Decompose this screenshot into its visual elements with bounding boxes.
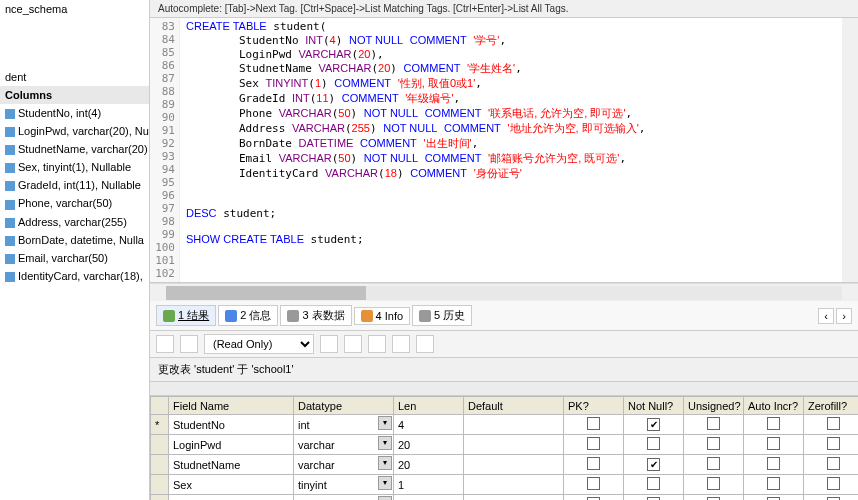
checkbox[interactable]	[827, 457, 840, 470]
cell-pk[interactable]	[564, 455, 624, 475]
sidebar-column-item[interactable]: Email, varchar(50)	[0, 249, 149, 267]
cell-zerofill[interactable]	[804, 475, 859, 495]
dropdown-icon[interactable]: ▾	[378, 436, 392, 450]
checkbox[interactable]	[707, 437, 720, 450]
vertical-scrollbar[interactable]	[842, 18, 858, 282]
tab-result[interactable]: 1 结果	[156, 305, 216, 326]
sidebar-column-item[interactable]: LoginPwd, varchar(20), Nu	[0, 122, 149, 140]
header-unsigned[interactable]: Unsigned?	[684, 397, 744, 415]
table-row[interactable]: LoginPwdvarchar▾20	[151, 435, 859, 455]
cell-default[interactable]	[464, 455, 564, 475]
header-len[interactable]: Len	[394, 397, 464, 415]
table-row[interactable]: Sextinyint▾1性别, 取值0或1	[151, 475, 859, 495]
cell-datatype[interactable]: int▾	[294, 495, 394, 501]
cell-default[interactable]	[464, 435, 564, 455]
checkbox[interactable]	[767, 457, 780, 470]
header-default[interactable]: Default	[464, 397, 564, 415]
cell-field[interactable]: Sex	[169, 475, 294, 495]
cell-zerofill[interactable]	[804, 455, 859, 475]
checkbox[interactable]	[587, 457, 600, 470]
checkbox[interactable]	[767, 477, 780, 490]
cell-datatype[interactable]: varchar▾	[294, 455, 394, 475]
toolbar-btn-7[interactable]	[416, 335, 434, 353]
cell-autoincr[interactable]	[744, 455, 804, 475]
header-zerofill[interactable]: Zerofill?	[804, 397, 859, 415]
cell-field[interactable]: StudentNo	[169, 415, 294, 435]
cell-pk[interactable]	[564, 495, 624, 501]
table-row[interactable]: StudnetNamevarchar▾20学生姓名	[151, 455, 859, 475]
horizontal-scrollbar[interactable]	[150, 283, 858, 301]
cell-unsigned[interactable]	[684, 475, 744, 495]
cell-len[interactable]: 11	[394, 495, 464, 501]
sidebar-column-item[interactable]: StudnetName, varchar(20)	[0, 140, 149, 158]
cell-datatype[interactable]: int▾	[294, 415, 394, 435]
toolbar-btn-2[interactable]	[180, 335, 198, 353]
cell-zerofill[interactable]	[804, 435, 859, 455]
checkbox[interactable]	[827, 437, 840, 450]
table-node[interactable]: dent	[0, 68, 149, 86]
table-row[interactable]: GradeIdint▾11年级编号	[151, 495, 859, 501]
dropdown-icon[interactable]: ▾	[378, 496, 392, 500]
header-notnull[interactable]: Not Null?	[624, 397, 684, 415]
dropdown-icon[interactable]: ▾	[378, 476, 392, 490]
cell-unsigned[interactable]	[684, 455, 744, 475]
cell-notnull[interactable]	[624, 475, 684, 495]
tab-next[interactable]: ›	[836, 308, 852, 324]
cell-field[interactable]: StudnetName	[169, 455, 294, 475]
checkbox[interactable]	[647, 418, 660, 431]
cell-default[interactable]	[464, 495, 564, 501]
cell-notnull[interactable]	[624, 435, 684, 455]
header-field[interactable]: Field Name	[169, 397, 294, 415]
cell-datatype[interactable]: tinyint▾	[294, 475, 394, 495]
cell-pk[interactable]	[564, 415, 624, 435]
checkbox[interactable]	[707, 417, 720, 430]
cell-unsigned[interactable]	[684, 435, 744, 455]
cell-pk[interactable]	[564, 435, 624, 455]
tab-prev[interactable]: ‹	[818, 308, 834, 324]
toolbar-btn-4[interactable]	[344, 335, 362, 353]
sidebar-column-item[interactable]: GradeId, int(11), Nullable	[0, 176, 149, 194]
sql-editor[interactable]: 8384858687888990919293949596979899100101…	[150, 18, 858, 283]
sidebar-column-item[interactable]: Phone, varchar(50)	[0, 194, 149, 212]
toolbar-btn-1[interactable]	[156, 335, 174, 353]
cell-autoincr[interactable]	[744, 415, 804, 435]
sidebar-column-item[interactable]: Sex, tinyint(1), Nullable	[0, 158, 149, 176]
cell-autoincr[interactable]	[744, 475, 804, 495]
checkbox[interactable]	[647, 477, 660, 490]
readonly-select[interactable]: (Read Only)	[204, 334, 314, 354]
checkbox[interactable]	[647, 458, 660, 471]
columns-header[interactable]: Columns	[0, 86, 149, 104]
cell-unsigned[interactable]	[684, 495, 744, 501]
cell-zerofill[interactable]	[804, 415, 859, 435]
checkbox[interactable]	[587, 477, 600, 490]
table-row[interactable]: *StudentNoint▾4学号	[151, 415, 859, 435]
cell-autoincr[interactable]	[744, 495, 804, 501]
code-area[interactable]: CREATE TABLE student( StudentNo INT(4) N…	[180, 18, 842, 282]
cell-default[interactable]	[464, 475, 564, 495]
tab-info[interactable]: 2 信息	[218, 305, 278, 326]
header-datatype[interactable]: Datatype	[294, 397, 394, 415]
change-table-label[interactable]: 更改表 'student' 于 'school1'	[158, 363, 294, 375]
checkbox[interactable]	[827, 417, 840, 430]
checkbox[interactable]	[827, 477, 840, 490]
cell-zerofill[interactable]	[804, 495, 859, 501]
checkbox[interactable]	[587, 417, 600, 430]
dropdown-icon[interactable]: ▾	[378, 456, 392, 470]
schema-node[interactable]: nce_schema	[0, 0, 149, 18]
sidebar-column-item[interactable]: IdentityCard, varchar(18),	[0, 267, 149, 285]
sidebar-column-item[interactable]: BornDate, datetime, Nulla	[0, 231, 149, 249]
cell-pk[interactable]	[564, 475, 624, 495]
cell-len[interactable]: 20	[394, 435, 464, 455]
toolbar-btn-6[interactable]	[392, 335, 410, 353]
tab-history[interactable]: 5 历史	[412, 305, 472, 326]
cell-notnull[interactable]	[624, 455, 684, 475]
header-autoincr[interactable]: Auto Incr?	[744, 397, 804, 415]
checkbox[interactable]	[707, 457, 720, 470]
dropdown-icon[interactable]: ▾	[378, 416, 392, 430]
header-pk[interactable]: PK?	[564, 397, 624, 415]
checkbox[interactable]	[767, 417, 780, 430]
tab-info2[interactable]: 4 Info	[354, 307, 411, 325]
cell-len[interactable]: 20	[394, 455, 464, 475]
checkbox[interactable]	[767, 437, 780, 450]
cell-len[interactable]: 1	[394, 475, 464, 495]
